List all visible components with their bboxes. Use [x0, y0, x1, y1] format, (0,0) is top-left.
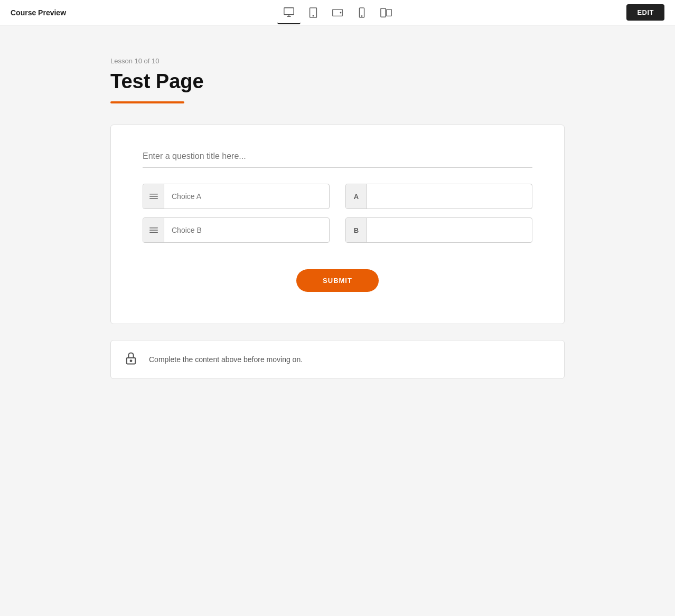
main-content: Lesson 10 of 10 Test Page A: [100, 25, 575, 400]
answer-b-field: B: [345, 217, 532, 243]
answer-a-field: A: [345, 184, 532, 209]
device-desktop-button[interactable]: [277, 1, 301, 24]
header-title: Course Preview: [11, 8, 66, 17]
svg-point-18: [130, 360, 132, 362]
answer-b-label: B: [346, 218, 367, 242]
choice-b-input[interactable]: [164, 220, 329, 241]
tablet-portrait-icon: [307, 7, 319, 18]
svg-rect-9: [381, 8, 386, 17]
page-title: Test Page: [110, 70, 565, 93]
header: Course Preview: [0, 0, 675, 25]
tablet-landscape-icon: [332, 7, 343, 18]
svg-rect-16: [149, 232, 158, 233]
choices-grid: A B: [143, 184, 532, 243]
svg-rect-14: [149, 228, 158, 229]
desktop-icon: [283, 6, 295, 18]
svg-rect-11: [149, 194, 158, 195]
device-tablet-landscape-button[interactable]: [326, 1, 349, 24]
device-split-button[interactable]: [374, 1, 398, 24]
answer-a-input[interactable]: [367, 186, 532, 207]
question-title-input[interactable]: [143, 151, 532, 168]
choice-a-drag-icon: [143, 184, 164, 209]
mobile-icon: [356, 7, 368, 18]
svg-rect-15: [149, 230, 158, 231]
list-icon-b: [149, 226, 158, 234]
device-mobile-button[interactable]: [350, 1, 373, 24]
svg-rect-12: [149, 196, 158, 197]
lock-notice: Complete the content above before moving…: [110, 340, 565, 379]
svg-rect-13: [149, 198, 158, 200]
orange-divider: [110, 101, 184, 103]
lesson-label: Lesson 10 of 10: [110, 57, 565, 65]
choice-b-drag-icon: [143, 218, 164, 242]
choice-a-field: [143, 184, 330, 209]
lock-icon: [124, 351, 138, 368]
svg-rect-10: [387, 9, 391, 16]
list-icon: [149, 192, 158, 201]
edit-button[interactable]: EDIT: [626, 4, 664, 21]
device-tablet-portrait-button[interactable]: [302, 1, 325, 24]
svg-point-8: [361, 15, 362, 16]
svg-point-6: [340, 12, 341, 13]
choice-a-input[interactable]: [164, 186, 329, 207]
submit-row: SUBMIT: [143, 269, 532, 292]
submit-button[interactable]: SUBMIT: [296, 269, 379, 292]
answer-a-label: A: [346, 184, 367, 209]
answer-b-input[interactable]: [367, 220, 532, 241]
device-icons: [277, 1, 398, 24]
svg-rect-0: [284, 7, 294, 14]
svg-point-4: [313, 15, 313, 16]
lock-notice-text: Complete the content above before moving…: [149, 355, 303, 364]
quiz-card: A B SUBMIT: [110, 125, 565, 324]
choice-b-field: [143, 217, 330, 243]
split-icon: [380, 7, 392, 18]
